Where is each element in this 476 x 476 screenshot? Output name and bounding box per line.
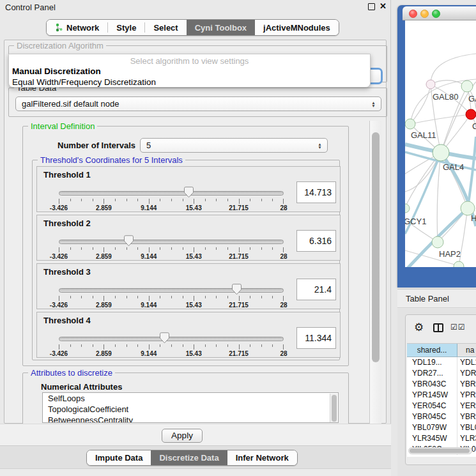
network-edge[interactable] [437, 153, 441, 242]
network-window-titlebar[interactable] [403, 6, 476, 20]
split-columns-icon[interactable] [433, 323, 443, 332]
threshold-value-field[interactable]: 14.713 [296, 181, 336, 203]
float-window-icon[interactable] [368, 3, 375, 10]
tab-network[interactable]: Network [47, 20, 107, 35]
bottom-node[interactable] [454, 261, 464, 267]
table-row[interactable]: YLR345WYLR3 [407, 433, 476, 444]
tab-style[interactable]: Style [108, 20, 144, 35]
tab-infer-network[interactable]: Infer Network [227, 450, 297, 465]
tick-label: 2.859 [96, 350, 112, 357]
tick-label: 21.715 [229, 350, 249, 357]
bottom-tab-strip: Impute Data Discretize Data Infer Networ… [0, 445, 391, 468]
network-graph[interactable]: GAL80GAGAL11CGAL4GCY1HHAP2 [405, 20, 476, 267]
cell-shared-name[interactable]: YER054C [407, 401, 457, 411]
close-light[interactable] [409, 10, 417, 18]
tab-select[interactable]: Select [145, 20, 186, 35]
top-right-node[interactable] [461, 81, 473, 92]
cell-shared-name[interactable]: YLR345W [407, 433, 457, 444]
attribute-list-item[interactable]: SelfLoops [43, 393, 338, 404]
network-edge[interactable] [410, 84, 431, 124]
network-canvas[interactable]: GAL80GAGAL11CGAL4GCY1HHAP2 [405, 20, 476, 267]
slider-thumb[interactable] [160, 332, 169, 344]
cell-shared-name[interactable]: YBR043C [407, 379, 457, 390]
table-rows: YDL19...YDL1YDR27...YDR2YBR043CYBR0YPR14… [407, 357, 476, 455]
cell-name[interactable]: YBL0 [457, 422, 476, 433]
network-edge[interactable] [468, 137, 476, 208]
GAL80-node[interactable] [426, 80, 435, 89]
table-row[interactable]: YBL079WYBL0 [407, 422, 476, 433]
selected-red-node[interactable] [466, 109, 476, 119]
apply-button[interactable]: Apply [162, 429, 203, 443]
slider-track[interactable] [59, 240, 284, 244]
thresholds-group-title: Threshold's Coordinates for 5 Intervals [38, 155, 185, 165]
tab-jactivemnodules[interactable]: jActiveMNodules [255, 20, 339, 35]
table-horizontal-scrollbar[interactable] [408, 447, 472, 454]
tab-discretize-data[interactable]: Discretize Data [151, 450, 227, 465]
slider-thumb[interactable] [184, 187, 194, 198]
settings-gear-icon[interactable] [414, 322, 424, 333]
slider-track[interactable] [59, 337, 284, 341]
slider-track[interactable] [59, 191, 284, 196]
table-row[interactable]: YBR045CYBR0 [407, 411, 476, 422]
cell-name[interactable]: YBR0 [457, 411, 476, 422]
threshold-value-field[interactable]: 11.344 [296, 327, 336, 349]
threshold-slider[interactable]: -3.4262.8599.14415.4321.71528 [59, 332, 284, 357]
threshold-slider[interactable]: -3.4262.8599.14415.4321.71528 [59, 283, 284, 309]
tab-impute-data[interactable]: Impute Data [87, 450, 151, 465]
settings-scrollbar[interactable] [369, 121, 381, 424]
scrollbar-thumb[interactable] [410, 449, 470, 453]
threshold-slider[interactable]: -3.4262.8599.14415.4321.71528 [59, 234, 284, 260]
cell-shared-name[interactable]: YDR27... [407, 368, 457, 379]
table-row[interactable]: YDL19...YDL1 [407, 357, 476, 368]
GCY1-node[interactable] [405, 204, 410, 213]
column-header-shared[interactable]: shared... [407, 344, 457, 357]
threshold-slider[interactable]: -3.4262.8599.14415.4321.71528 [59, 186, 284, 211]
cell-name[interactable]: YDL1 [457, 357, 476, 368]
minimize-light[interactable] [420, 10, 429, 18]
num-intervals-combobox[interactable]: 5 [140, 138, 328, 153]
table-row[interactable]: YDR27...YDR2 [407, 368, 476, 379]
cell-name[interactable]: YER0 [457, 401, 476, 411]
zoom-light[interactable] [432, 10, 440, 18]
cell-shared-name[interactable]: YDL19... [407, 357, 457, 368]
cell-name[interactable]: YBR0 [457, 379, 476, 390]
scrollbar-thumb[interactable] [332, 395, 337, 422]
cell-shared-name[interactable]: YPR145W [407, 390, 457, 401]
algorithm-option-equal-width[interactable]: Equal Width/Frequency Discretization [12, 77, 156, 87]
cell-shared-name[interactable]: YBL079W [407, 422, 457, 433]
table-data-combobox[interactable]: galFiltered.sif default node [15, 96, 381, 111]
threshold-value-field[interactable]: 6.316 [296, 230, 336, 252]
algorithm-placeholder-option[interactable]: Select algorithm to view settings [9, 56, 370, 66]
slider-thumb[interactable] [124, 235, 134, 247]
table-row[interactable]: YER054CYER0 [407, 401, 476, 411]
slider-thumb[interactable] [232, 284, 242, 295]
HAP2-node[interactable] [432, 236, 443, 248]
tick-label: 9.144 [141, 350, 157, 357]
attribute-list-item[interactable]: BetweennessCentrality [43, 415, 338, 423]
GAL4-node[interactable] [433, 144, 449, 161]
algorithm-option-manual[interactable]: Manual Discretization [12, 66, 101, 76]
slider-ticks [59, 344, 284, 349]
numerical-attributes-list[interactable]: SelfLoopsTopologicalCoefficientBetweenne… [42, 392, 339, 423]
list-scrollbar[interactable] [330, 394, 337, 423]
cell-name[interactable]: YDR2 [457, 368, 476, 379]
slider-track[interactable] [59, 288, 284, 293]
table-row[interactable]: YPR145WYPR1 [407, 390, 476, 401]
close-icon[interactable] [380, 1, 387, 11]
select-columns-icon[interactable] [450, 323, 466, 332]
scrollbar-thumb[interactable] [372, 132, 380, 362]
cell-shared-name[interactable]: YBR045C [407, 411, 457, 422]
interval-definition-group: Interval Definition Number of Intervals … [22, 126, 349, 366]
network-edge[interactable] [410, 114, 471, 124]
GAL11-node[interactable] [405, 119, 415, 129]
footer-strip [0, 468, 391, 476]
cell-name[interactable]: YLR3 [457, 433, 476, 444]
cell-name[interactable]: YPR1 [457, 390, 476, 401]
attribute-list-item[interactable]: TopologicalCoefficient [43, 404, 338, 415]
column-header-name[interactable]: na [457, 344, 476, 357]
table-row[interactable]: YBR043CYBR0 [407, 379, 476, 390]
tab-cyni-toolbox[interactable]: Cyni Toolbox [187, 20, 255, 35]
tick-label: 21.715 [229, 253, 249, 260]
network-view-window[interactable]: GAL80GAGAL11CGAL4GCY1HHAP2 [397, 5, 476, 288]
threshold-value-field[interactable]: 21.4 [296, 279, 336, 300]
